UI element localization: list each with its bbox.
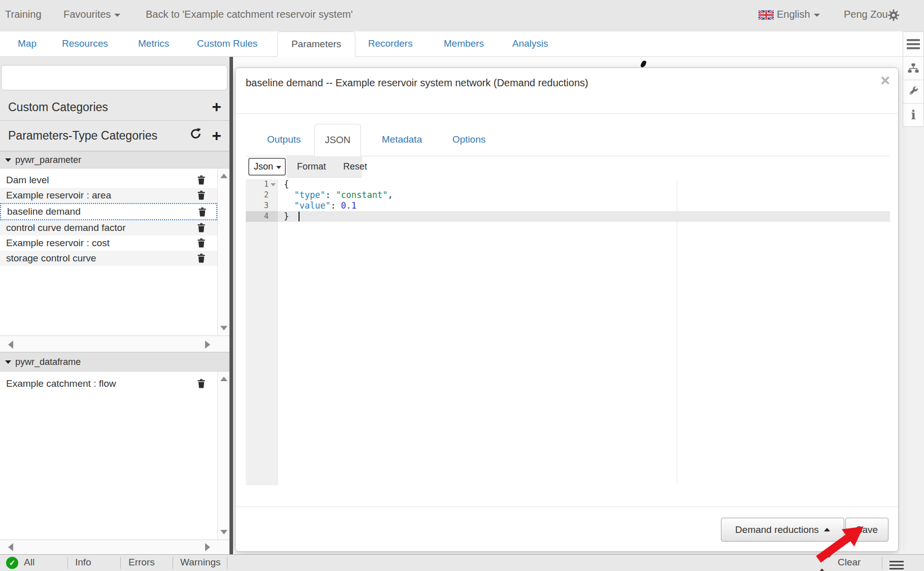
horizontal-scrollbar[interactable] xyxy=(0,540,229,554)
parameters-sidebar: Custom Categories + Parameters-Type Cate… xyxy=(0,57,229,554)
language-menu[interactable]: English xyxy=(777,9,820,20)
trash-icon[interactable] xyxy=(196,238,207,249)
filter-info[interactable]: Info xyxy=(75,557,91,568)
scroll-right-icon[interactable] xyxy=(205,543,210,551)
scroll-down-icon[interactable] xyxy=(220,326,227,330)
group-name: pywr_parameter xyxy=(15,155,81,165)
json-code-editor[interactable]: 1 2 3 4 { "type": "constant", "value": 0… xyxy=(246,179,890,485)
add-parameter-type-category-button[interactable]: + xyxy=(212,127,221,144)
parameter-type-categories-row: Parameters-Type Categories + xyxy=(0,121,229,151)
tab-custom-rules[interactable]: Custom Rules xyxy=(197,38,257,49)
log-menu-icon[interactable] xyxy=(889,559,904,571)
vertical-scrollbar[interactable] xyxy=(217,372,229,540)
filter-warnings[interactable]: Warnings xyxy=(180,557,221,568)
list-item[interactable]: Example reservoir : area xyxy=(0,188,217,203)
custom-categories-row: Custom Categories + xyxy=(0,94,229,121)
back-link[interactable]: Back to 'Example catchment reservoir sys… xyxy=(146,9,353,20)
network-tree-button[interactable] xyxy=(903,57,924,80)
line-number: 2 xyxy=(246,190,278,200)
trash-icon[interactable] xyxy=(197,207,208,218)
status-bar: ✓ All Info Errors Warnings Clear xyxy=(0,554,924,571)
json-mode-select[interactable]: Json xyxy=(248,158,286,176)
gear-icon[interactable] xyxy=(887,9,900,24)
code-area[interactable]: { "type": "constant", "value": 0.1 } xyxy=(278,179,890,485)
modal-title: baseline demand -- Example reservoir sys… xyxy=(246,77,588,89)
print-margin xyxy=(677,179,677,485)
brand-link[interactable]: Training xyxy=(5,9,42,20)
scroll-up-icon[interactable] xyxy=(220,174,227,178)
reset-button[interactable]: Reset xyxy=(343,161,367,172)
panel-splitter[interactable] xyxy=(229,57,233,554)
favourites-menu[interactable]: Favourites xyxy=(63,9,120,20)
list-item[interactable]: Example reservoir : cost xyxy=(0,236,217,251)
status-ok-icon: ✓ xyxy=(6,557,18,569)
text-cursor xyxy=(299,212,300,221)
tab-metrics[interactable]: Metrics xyxy=(138,38,169,49)
list-item-selected[interactable]: baseline demand xyxy=(0,203,217,220)
scroll-left-icon[interactable] xyxy=(8,341,13,349)
close-icon[interactable]: × xyxy=(880,72,890,88)
group-header-pywr-parameter[interactable]: pywr_parameter xyxy=(0,151,229,169)
filter-all[interactable]: All xyxy=(24,557,35,568)
code-line: "value": 0.1 xyxy=(284,200,356,211)
format-button[interactable]: Format xyxy=(297,161,326,172)
refresh-icon[interactable] xyxy=(189,127,202,143)
tab-members[interactable]: Members xyxy=(444,38,484,49)
tab-outputs[interactable]: Outputs xyxy=(267,134,301,145)
scenario-dropdown-button[interactable]: Demand reductions xyxy=(721,518,844,542)
sort-icon[interactable] xyxy=(818,558,833,569)
collapse-caret-icon xyxy=(5,360,11,364)
tab-recorders[interactable]: Recorders xyxy=(368,38,413,49)
scroll-up-icon[interactable] xyxy=(220,377,227,381)
tab-parameters[interactable]: Parameters xyxy=(277,31,355,57)
clear-button[interactable]: Clear xyxy=(838,557,861,568)
tab-json[interactable]: JSON xyxy=(314,124,361,156)
horizontal-scrollbar[interactable] xyxy=(0,336,229,352)
list-item[interactable]: Example catchment : flow xyxy=(0,376,217,392)
scroll-left-icon[interactable] xyxy=(8,543,13,551)
tab-metadata[interactable]: Metadata xyxy=(382,134,422,145)
info-icon: i xyxy=(911,109,915,121)
vertical-scrollbar[interactable] xyxy=(217,169,229,335)
tab-map[interactable]: Map xyxy=(18,38,37,49)
tab-analysis[interactable]: Analysis xyxy=(512,38,548,49)
group-header-pywr-dataframe[interactable]: pywr_dataframe xyxy=(0,352,229,372)
tools-button[interactable] xyxy=(903,80,924,104)
trash-icon[interactable] xyxy=(196,190,207,201)
divider xyxy=(236,507,898,507)
trash-icon[interactable] xyxy=(196,378,207,389)
code-line: "type": "constant", xyxy=(284,190,393,200)
list-item[interactable]: control curve demand factor xyxy=(0,220,217,236)
panel-menu-button[interactable] xyxy=(903,31,924,57)
line-number: 3 xyxy=(246,200,278,211)
info-button[interactable]: i xyxy=(903,104,924,127)
trash-icon[interactable] xyxy=(196,222,207,233)
list-item[interactable]: Dam level xyxy=(0,173,217,188)
divider xyxy=(68,557,68,569)
trash-icon[interactable] xyxy=(196,175,207,186)
scroll-down-icon[interactable] xyxy=(220,530,227,534)
fold-caret-icon[interactable] xyxy=(271,183,276,186)
line-number: 4 xyxy=(246,211,278,222)
modal-tab-bar: Outputs JSON Metadata Options xyxy=(246,124,889,156)
custom-categories-label: Custom Categories xyxy=(8,100,108,114)
list-item[interactable]: storage control curve xyxy=(0,251,217,266)
top-bar: Training Favourites Back to 'Example cat… xyxy=(0,0,924,31)
filter-errors[interactable]: Errors xyxy=(128,557,155,568)
add-custom-category-button[interactable]: + xyxy=(212,98,221,115)
code-line: { xyxy=(284,179,289,190)
right-tool-strip: i xyxy=(903,31,924,554)
user-menu[interactable]: Peng Zou xyxy=(844,9,888,20)
parameter-detail-modal: baseline demand -- Example reservoir sys… xyxy=(235,68,899,552)
trash-icon[interactable] xyxy=(196,253,207,264)
favourites-label: Favourites xyxy=(63,9,111,20)
save-button[interactable]: Save xyxy=(845,518,888,542)
sitemap-icon xyxy=(907,62,919,75)
chevron-down-icon xyxy=(114,14,120,17)
scroll-right-icon[interactable] xyxy=(205,341,210,349)
pywr-parameter-list: Dam level Example reservoir : area basel… xyxy=(0,169,229,336)
tab-resources[interactable]: Resources xyxy=(62,38,108,49)
search-input[interactable] xyxy=(1,65,227,90)
divider xyxy=(227,557,227,569)
tab-options[interactable]: Options xyxy=(452,134,485,145)
